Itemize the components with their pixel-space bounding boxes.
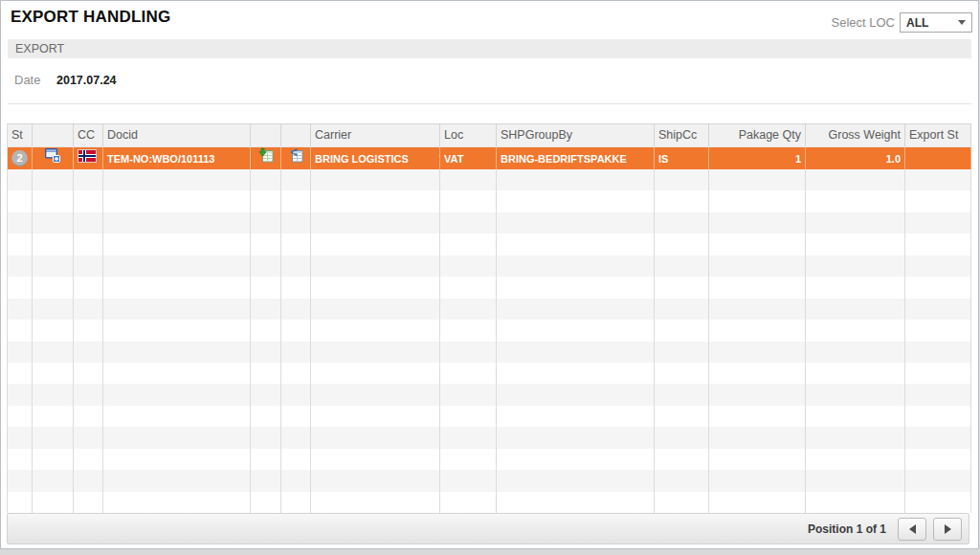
pagination-bar: Position 1 of 1 xyxy=(7,513,969,544)
cell-loc: VAT xyxy=(440,147,497,169)
empty-cell xyxy=(281,492,311,513)
col-header-cc[interactable]: CC xyxy=(74,124,103,146)
empty-cell xyxy=(806,384,905,405)
empty-cell xyxy=(281,363,311,384)
cell-shpgroupby: BRING-BEDRIFTSPAKKE xyxy=(497,147,655,169)
empty-cell xyxy=(33,190,74,211)
table-row-selected[interactable]: 2 xyxy=(7,147,971,169)
empty-cell xyxy=(497,190,655,211)
empty-cell xyxy=(251,212,281,233)
empty-cell xyxy=(103,212,251,233)
select-loc-dropdown[interactable]: ALL xyxy=(900,12,972,33)
empty-cell xyxy=(251,342,281,363)
table-row-empty xyxy=(7,190,971,211)
empty-cell xyxy=(311,169,440,190)
empty-cell xyxy=(74,449,103,470)
open-document-icon[interactable] xyxy=(45,147,60,169)
empty-cell xyxy=(709,190,806,211)
table-row-empty xyxy=(7,342,971,363)
empty-cell xyxy=(33,449,74,470)
empty-cell xyxy=(281,169,311,190)
col-header-shpgroupby[interactable]: SHPGroupBy xyxy=(497,124,655,146)
empty-cell xyxy=(311,277,440,298)
empty-cell xyxy=(440,342,497,363)
empty-cell xyxy=(251,492,281,513)
col-header-pakage-qty[interactable]: Pakage Qty xyxy=(709,124,806,146)
empty-cell xyxy=(311,427,440,448)
empty-cell xyxy=(74,169,103,190)
col-header-gross-weight[interactable]: Gross Weight xyxy=(806,124,905,146)
empty-cell xyxy=(709,320,806,341)
empty-cell xyxy=(74,342,103,363)
empty-cell xyxy=(8,470,33,491)
empty-cell xyxy=(440,320,497,341)
empty-cell xyxy=(33,233,74,255)
empty-cell xyxy=(251,320,281,341)
empty-cell xyxy=(655,212,709,233)
empty-cell xyxy=(251,169,281,190)
empty-cell xyxy=(497,320,655,341)
empty-cell xyxy=(806,406,905,427)
empty-cell xyxy=(74,255,103,277)
cell-row-type[interactable] xyxy=(33,147,74,169)
empty-cell xyxy=(74,470,103,491)
empty-cell xyxy=(33,470,74,491)
prev-page-button[interactable] xyxy=(898,518,926,541)
empty-cell xyxy=(497,169,655,190)
empty-cell xyxy=(311,492,440,513)
empty-cell xyxy=(905,299,971,320)
cell-shipcc: IS xyxy=(655,147,709,169)
empty-cell xyxy=(655,492,709,513)
empty-cell xyxy=(440,470,497,491)
empty-cell xyxy=(806,492,905,513)
next-page-button[interactable] xyxy=(933,518,962,541)
empty-cell xyxy=(440,427,497,448)
date-value: 2017.07.24 xyxy=(56,74,117,87)
empty-cell xyxy=(8,212,33,233)
empty-cell xyxy=(74,427,103,448)
panel-divider xyxy=(8,103,971,104)
empty-cell xyxy=(709,299,806,320)
col-header-shipcc[interactable]: ShipCc xyxy=(655,124,709,146)
empty-cell xyxy=(281,320,311,341)
empty-cell xyxy=(251,470,281,491)
col-header-docid[interactable]: Docid xyxy=(103,124,251,146)
empty-cell xyxy=(8,363,33,384)
empty-cell xyxy=(806,169,905,190)
export-handling-window: EXPORT HANDLING Select LOC ALL EXPORT Da… xyxy=(0,0,979,549)
empty-cell xyxy=(311,212,440,233)
empty-cell xyxy=(33,363,74,384)
export-excel-icon[interactable] xyxy=(258,147,274,169)
empty-cell xyxy=(709,449,806,470)
empty-cell xyxy=(497,299,655,320)
table-row-empty xyxy=(7,427,971,448)
empty-cell xyxy=(251,427,281,448)
import-excel-icon[interactable] xyxy=(288,147,303,169)
empty-cell xyxy=(655,277,709,298)
col-header-st[interactable]: St xyxy=(8,124,33,146)
empty-cell xyxy=(103,320,251,341)
empty-cell xyxy=(806,190,905,211)
empty-cell xyxy=(8,299,33,320)
col-header-carrier[interactable]: Carrier xyxy=(311,124,440,146)
cell-docid: TEM-NO:WBO/101113 xyxy=(103,147,251,169)
empty-cell xyxy=(806,277,905,298)
cell-action-1[interactable] xyxy=(251,147,281,169)
empty-cell xyxy=(311,233,440,255)
empty-cell xyxy=(8,277,33,298)
cell-pakage-qty: 1 xyxy=(709,147,806,169)
empty-cell xyxy=(497,255,655,277)
empty-cell xyxy=(497,470,655,491)
col-header-export-st[interactable]: Export St xyxy=(905,124,971,146)
empty-cell xyxy=(655,427,709,448)
cell-action-2[interactable] xyxy=(281,147,311,169)
empty-cell xyxy=(74,406,103,427)
empty-cell xyxy=(251,384,281,405)
empty-cell xyxy=(8,384,33,405)
empty-cell xyxy=(281,190,311,211)
empty-cell xyxy=(806,212,905,233)
empty-cell xyxy=(74,492,103,513)
empty-cell xyxy=(8,233,33,255)
col-header-loc[interactable]: Loc xyxy=(440,124,497,146)
empty-cell xyxy=(905,212,971,233)
